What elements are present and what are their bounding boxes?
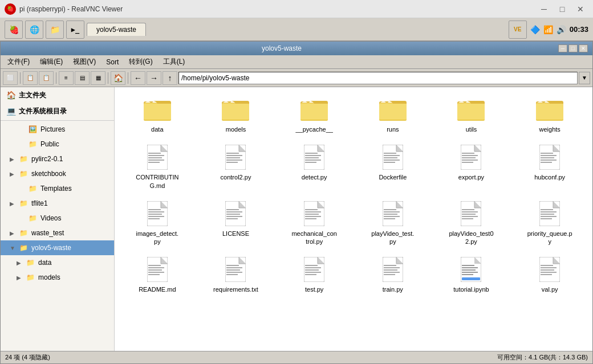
sidebar-item-sketchbook[interactable]: ▶ 📁 sketchbook [1,166,114,181]
svg-rect-170 [462,265,474,266]
fm-statusbar: 24 项 (4 项隐藏) 可用空间：4.1 GB(共：14.3 GB) [1,351,592,363]
svg-rect-154 [305,265,318,266]
file-item[interactable]: test.py [276,252,352,297]
paste-btn[interactable]: 📋 [39,71,54,85]
raspberry-toolbar-icon[interactable]: 🍓 [5,21,23,39]
file-item[interactable]: utils [433,92,510,137]
sidebar-item-pictures[interactable]: 🖼️ Pictures [1,122,114,137]
ve-icon[interactable]: VE [509,21,527,39]
globe-icon[interactable]: 🌐 [25,21,43,39]
file-item[interactable]: val.py [511,252,588,297]
file-item[interactable]: images_detect.py [119,196,196,250]
sidebar-home-section[interactable]: 🏠 主文件夹 [1,87,114,103]
svg-rect-32 [148,162,160,163]
address-dropdown-btn[interactable]: ▼ [579,72,590,84]
menu-file[interactable]: 文件(F) [3,56,34,68]
address-input[interactable] [178,72,578,84]
svg-rect-180 [541,265,553,266]
svg-rect-118 [462,209,474,210]
view-list-btn[interactable]: ≡ [59,71,74,85]
sidebar-item-templates[interactable]: 📁 Templates [1,181,114,196]
file-icon-detect.py [300,144,328,171]
file-icon-mechanical_control.py [300,200,328,227]
file-item[interactable]: Dockerfile [355,140,431,194]
maximize-button[interactable]: □ [554,3,570,15]
sidebar-item-yolov5-waste[interactable]: ▼ 📁 yolov5-waste [1,240,114,255]
up-btn[interactable]: ↑ [163,71,177,85]
svg-rect-94 [226,216,242,217]
file-item[interactable]: control2.py [198,140,274,194]
view-icons-btn[interactable]: ⬜ [3,71,18,85]
file-icon-CONTRIBUTING.md [144,144,171,171]
menu-tools[interactable]: 工具(L) [159,56,190,68]
svg-rect-129 [541,214,554,215]
svg-rect-137 [148,267,164,268]
folder-toolbar-icon[interactable]: 📁 [46,21,64,39]
view-detail-btn[interactable]: ▤ [75,71,90,85]
svg-rect-181 [541,267,557,268]
svg-rect-82 [148,209,161,210]
svg-rect-111 [384,214,397,215]
sidebar-item-waste-test[interactable]: ▶ 📁 waste_test [1,226,114,240]
sidebar-item-data[interactable]: ▶ 📁 data [1,255,114,270]
svg-rect-58 [384,159,400,161]
menu-view[interactable]: 视图(V) [68,56,100,68]
minimize-button[interactable]: ─ [536,3,552,15]
file-icon-Dockerfile [379,144,407,171]
sidebar-item-pylirc[interactable]: ▶ 📁 pylirc2-0.1 [1,152,114,166]
forward-btn[interactable]: → [147,71,161,85]
vnc-tab[interactable]: yolov5-waste [87,23,146,36]
file-item[interactable]: LICENSE [198,196,274,250]
file-item[interactable]: models [198,92,274,137]
sidebar-fs-section[interactable]: 💻 文件系统根目录 [1,103,114,119]
file-item[interactable]: __pycache__ [276,92,352,137]
svg-rect-149 [226,274,238,275]
copy-btn[interactable]: 📋 [23,71,38,85]
file-item[interactable]: tutorial.ipynb [433,252,510,297]
terminal-icon[interactable]: ▶_ [66,21,84,39]
file-item[interactable]: detect.py [276,140,352,194]
file-icon-data [144,96,171,123]
file-item[interactable]: train.py [355,252,431,297]
svg-rect-121 [462,216,478,217]
file-item[interactable]: CONTRIBUTING.md [119,140,196,194]
sidebar-item-videos[interactable]: 📁 Videos [1,211,114,226]
menu-edit[interactable]: 编辑(E) [35,56,67,68]
file-item[interactable]: priority_queue.py [511,196,588,250]
svg-rect-127 [541,209,553,210]
file-icon-utils [457,96,485,123]
close-button[interactable]: ✕ [572,3,588,15]
file-item[interactable]: export.py [433,140,510,194]
file-label: train.py [383,285,403,293]
file-item[interactable]: README.md [119,252,196,297]
file-item[interactable]: playVideo_test02.py [433,196,510,250]
sidebar-item-tflite1[interactable]: ▶ 📁 tflite1 [1,196,114,211]
file-label: playVideo_test.py [370,230,416,246]
file-item[interactable]: hubconf.py [511,140,588,194]
menu-sort[interactable]: Sort [101,57,123,67]
file-item[interactable]: weights [511,92,588,137]
file-label: weights [539,125,560,133]
back-btn[interactable]: ← [131,71,145,85]
file-item[interactable]: runs [355,92,431,137]
home-btn[interactable]: 🏠 [111,71,125,85]
fm-content: data models __pycache__ runs [115,87,592,351]
realvnc-titlebar: 🍓 pi (raspberrypi) - RealVNC Viewer ─ □ … [0,0,593,18]
svg-rect-113 [384,218,395,219]
sidebar-item-public[interactable]: 📁 Public [1,137,114,152]
fm-maximize-btn[interactable]: □ [568,44,578,52]
fm-minimize-btn[interactable]: ─ [558,44,567,52]
pylirc-icon: 📁 [18,153,29,165]
file-item[interactable]: playVideo_test.py [355,196,431,250]
sidebar-item-models[interactable]: ▶ 📁 models [1,270,114,285]
file-item[interactable]: data [119,92,196,137]
menu-goto[interactable]: 转到(G) [124,56,157,68]
sidebar-tflite1-label: tflite1 [31,199,48,207]
file-item[interactable]: requirements.txt [198,252,274,297]
svg-rect-122 [462,218,473,219]
file-item[interactable]: mechanical_control.py [276,196,352,250]
svg-rect-165 [384,269,397,271]
svg-rect-86 [148,218,160,219]
view-col-btn[interactable]: ▦ [91,71,105,85]
fm-close-btn[interactable]: ✕ [579,44,588,52]
